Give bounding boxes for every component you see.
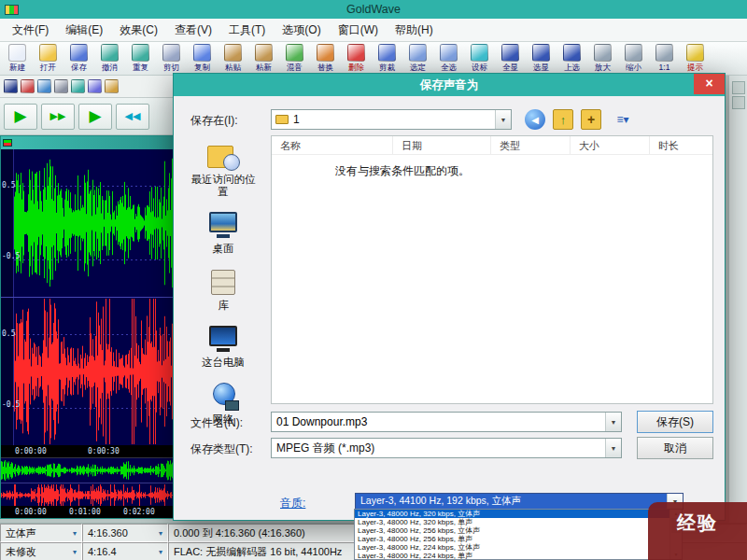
quality-option-4[interactable]: Layer-3, 48000 Hz, 256 kbps, 单声 [355, 535, 669, 543]
quality-option-3[interactable]: Layer-3, 48000 Hz, 256 kbps, 立体声 [355, 526, 669, 535]
toolbar-button-cut[interactable]: 剪切 [156, 43, 187, 72]
quality-option-2[interactable]: Layer-3, 48000 Hz, 320 kbps, 单声 [355, 518, 669, 526]
column-header-4[interactable]: 大小 [571, 136, 650, 154]
toolbar2-button-4[interactable] [54, 79, 68, 93]
toolbar-button-zoom-out[interactable]: 缩小 [618, 43, 649, 72]
waveform-right-channel[interactable] [14, 298, 173, 445]
time-label: 0:00:00 [15, 445, 88, 457]
status-cell-r1-2[interactable]: 4:16.360▾ [82, 524, 168, 542]
column-header-2[interactable]: 日期 [393, 136, 491, 154]
list-header: 名称日期类型大小时长 [272, 136, 712, 155]
filename-combo[interactable]: ▼ [271, 412, 622, 432]
place-this-pc[interactable]: 这台电脑 [180, 324, 266, 369]
toolbar-button-zoom-1-1[interactable]: 1:1 [649, 43, 680, 72]
menu-item-5[interactable]: 工具(T) [220, 20, 274, 41]
quality-combo[interactable]: Layer-3, 44100 Hz, 192 kbps, 立体声 ▼ [355, 493, 684, 510]
overview-panel[interactable] [1, 457, 173, 506]
toolbar-button-select[interactable]: 选定 [402, 43, 433, 72]
quality-option-5[interactable]: Layer-3, 48000 Hz, 224 kbps, 立体声 [355, 543, 669, 552]
menu-item-8[interactable]: 帮助(H) [387, 20, 442, 41]
toolbar-button-save[interactable]: 保存 [63, 43, 94, 72]
place-recent-places[interactable]: 最近访问的位置 [180, 141, 266, 198]
place-desktop[interactable]: 桌面 [180, 210, 266, 255]
dropdown-arrow-icon[interactable]: ▼ [605, 413, 621, 431]
up-one-level-icon[interactable]: ↑ [553, 109, 573, 130]
secondary-toolbar [0, 76, 176, 98]
transport-play-selection-button[interactable]: ▶ [78, 104, 112, 130]
toolbar-button-set-marker[interactable]: 设标 [464, 43, 495, 72]
toolbar-button-replace[interactable]: 替换 [310, 43, 341, 72]
toolbar-label: 上选 [564, 63, 580, 72]
transport-rewind-button[interactable]: ◀◀ [116, 104, 149, 130]
quality-option-6[interactable]: Layer-3, 48000 Hz, 224 kbps, 单声 [355, 552, 669, 560]
place-libraries[interactable]: 库 [180, 267, 266, 312]
toolbar-button-zoom-in[interactable]: 放大 [587, 43, 618, 72]
dropdown-arrow-icon: ▾ [73, 529, 77, 538]
menu-item-1[interactable]: 文件(F) [4, 20, 57, 41]
menu-item-2[interactable]: 编辑(E) [57, 20, 111, 41]
toolbar2-button-1[interactable] [4, 79, 18, 93]
toolbar2-button-2[interactable] [21, 79, 35, 93]
toolbar2-button-6[interactable] [88, 79, 102, 93]
toolbar-label: 替换 [317, 63, 333, 72]
right-channel-panel[interactable]: 0.5-0.5 [1, 297, 173, 445]
status-cell-r2-1[interactable]: 未修改▾ [0, 542, 82, 560]
toolbar-button-show-all[interactable]: 全显 [495, 43, 526, 72]
go-to-last-folder-icon[interactable]: ◀ [525, 109, 545, 130]
toolbar-button-trim[interactable]: 剪裁 [372, 43, 402, 72]
view-menu-icon[interactable]: ≡▾ [609, 109, 637, 130]
save-dialog: 保存声音为 × 保存在(I): 1 ▼ ◀↑+≡▾ 最近访问的位置桌面库这台电脑… [173, 73, 726, 521]
close-icon[interactable]: × [694, 74, 725, 94]
dropdown-arrow-icon[interactable]: ▼ [605, 439, 621, 457]
transport-play-button[interactable]: ▶ [4, 104, 37, 130]
save-in-combo[interactable]: 1 ▼ [271, 109, 512, 130]
menu-item-4[interactable]: 查看(V) [166, 20, 220, 41]
status-cell-r2-2[interactable]: 4:16.4▾ [82, 542, 168, 560]
column-header-5[interactable]: 时长 [650, 136, 712, 154]
menu-item-6[interactable]: 选项(O) [274, 20, 329, 41]
toolbar-label: 混音 [287, 63, 303, 72]
waveform-left-channel[interactable] [14, 149, 173, 297]
cancel-button[interactable]: 取消 [637, 437, 713, 459]
toolbar-button-open[interactable]: 打开 [33, 43, 63, 72]
menu-item-3[interactable]: 效果(C) [111, 20, 166, 41]
filetype-combo[interactable]: MPEG 音频 (*.mp3) ▼ [271, 438, 622, 458]
column-header-1[interactable]: 名称 [272, 136, 393, 154]
save-button[interactable]: 保存(S) [637, 411, 713, 433]
menu-item-7[interactable]: 窗口(W) [330, 20, 387, 41]
quality-link[interactable]: 音质: [280, 496, 305, 511]
filename-input[interactable] [272, 415, 605, 428]
dropdown-arrow-icon[interactable]: ▼ [495, 110, 511, 129]
toolbar-button-delete[interactable]: 删除 [341, 43, 372, 72]
previous-zoom-icon [563, 44, 581, 62]
toolbar-button-redo[interactable]: 重复 [125, 43, 156, 72]
toolbar-button-mix[interactable]: 混音 [279, 43, 310, 72]
toolbar-button-previous-zoom[interactable]: 上选 [557, 43, 587, 72]
tool-6-icon [88, 79, 102, 93]
toolbar-button-undo[interactable]: 撤消 [94, 43, 125, 72]
status-cell-r1-1[interactable]: 立体声▾ [0, 524, 82, 542]
clipped-toolbar-icon[interactable] [732, 96, 745, 109]
clipped-toolbar-icon[interactable] [732, 81, 745, 94]
left-channel-panel[interactable]: 0.5-0.5 [1, 149, 173, 297]
toolbar2-button-5[interactable] [71, 79, 85, 93]
new-folder-icon[interactable]: + [581, 109, 601, 130]
overview-right-wave[interactable] [1, 483, 173, 507]
transport-play-all-button[interactable]: ▶▶ [41, 104, 75, 130]
file-list[interactable]: 名称日期类型大小时长 没有与搜索条件匹配的项。 [271, 135, 713, 404]
watermark-text: 经验 [648, 511, 747, 536]
column-header-3[interactable]: 类型 [491, 136, 571, 154]
menu-bar: 文件(F)编辑(E)效果(C)查看(V)工具(T)选项(O)窗口(W)帮助(H) [0, 19, 747, 42]
toolbar-button-paste[interactable]: 粘贴 [218, 43, 248, 72]
toolbar-button-select-all[interactable]: 全选 [433, 43, 464, 72]
overview-left-wave[interactable] [1, 458, 173, 483]
toolbar-button-paste-new[interactable]: 粘新 [248, 43, 279, 72]
toolbar2-button-3[interactable] [37, 79, 51, 93]
quality-option-1[interactable]: Layer-3, 48000 Hz, 320 kbps, 立体声 [355, 510, 669, 518]
toolbar-button-show-selection[interactable]: 选显 [526, 43, 557, 72]
toolbar-label: 剪裁 [379, 63, 395, 72]
toolbar2-button-7[interactable] [105, 79, 119, 93]
toolbar-button-tips[interactable]: 提示 [680, 43, 711, 72]
toolbar-button-copy[interactable]: 复制 [187, 43, 218, 72]
toolbar-button-new[interactable]: 新建 [2, 43, 33, 72]
